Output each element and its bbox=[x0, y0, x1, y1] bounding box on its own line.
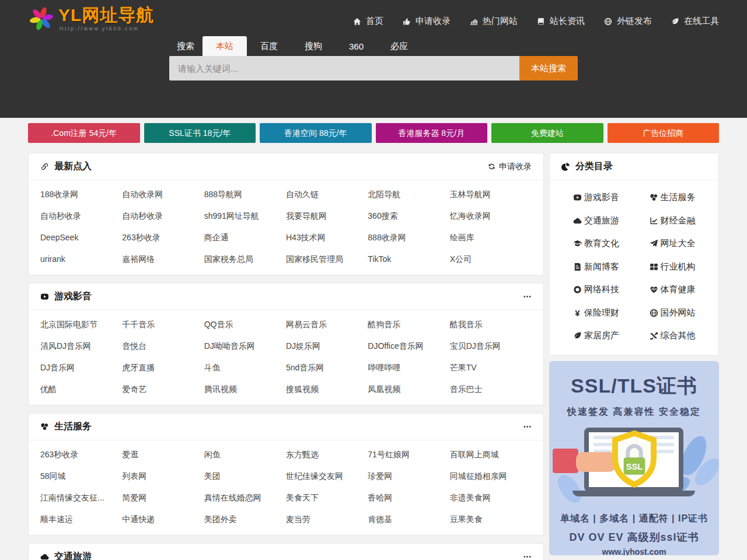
more-button[interactable] bbox=[523, 422, 532, 431]
top-nav-item[interactable]: 首页 bbox=[353, 16, 383, 27]
site-link[interactable]: TikTok bbox=[368, 249, 449, 270]
site-link[interactable]: 非遗美食网 bbox=[450, 487, 532, 509]
category-link[interactable]: 网络科技 bbox=[558, 278, 634, 302]
site-link[interactable]: 888导航网 bbox=[204, 184, 286, 205]
top-nav-item[interactable]: 热门网站 bbox=[470, 16, 518, 27]
search-engine-tab[interactable]: 搜狗 bbox=[291, 36, 336, 56]
site-link[interactable]: DJ音乐网 bbox=[40, 357, 122, 379]
site-link[interactable]: 888收录网 bbox=[368, 227, 449, 249]
site-link[interactable]: 肯德基 bbox=[368, 509, 449, 530]
search-engine-tab[interactable]: 必应 bbox=[377, 36, 421, 56]
site-link[interactable]: 世纪佳缘交友网 bbox=[286, 466, 368, 487]
site-link[interactable]: 自动秒收录 bbox=[40, 205, 122, 227]
site-link[interactable]: 珍爱网 bbox=[368, 466, 449, 487]
category-link[interactable]: 交通旅游 bbox=[558, 209, 634, 233]
site-link[interactable]: 263秒收录 bbox=[40, 444, 122, 466]
category-link[interactable]: 新闻博客 bbox=[558, 256, 634, 279]
site-link[interactable]: DJOffice音乐网 bbox=[368, 335, 449, 357]
category-link[interactable]: 网址大全 bbox=[634, 232, 711, 256]
site-link[interactable]: 263秒收录 bbox=[122, 227, 204, 249]
site-link[interactable]: 东方甄选 bbox=[286, 444, 368, 466]
site-link[interactable]: 188收录网 bbox=[40, 184, 122, 205]
site-link[interactable]: H43技术网 bbox=[286, 227, 368, 249]
site-link[interactable]: 自动久链 bbox=[286, 184, 368, 205]
site-link[interactable]: 清风DJ音乐网 bbox=[40, 335, 122, 357]
site-link[interactable]: 腾讯视频 bbox=[204, 379, 286, 400]
search-engine-tab[interactable]: 360 bbox=[336, 36, 377, 56]
site-link[interactable]: 绘画库 bbox=[450, 227, 532, 249]
site-link[interactable]: 玉林导航网 bbox=[450, 184, 532, 205]
site-link[interactable]: 商企通 bbox=[204, 227, 286, 249]
site-link[interactable]: 千千音乐 bbox=[122, 314, 204, 335]
site-link[interactable]: 同城征婚相亲网 bbox=[450, 466, 532, 487]
site-link[interactable]: 优酷 bbox=[40, 379, 122, 400]
site-link[interactable]: 哔哩哔哩 bbox=[368, 357, 449, 379]
promo-link[interactable]: .Com注册 54元/年 bbox=[28, 123, 140, 143]
site-link[interactable]: 顺丰速运 bbox=[40, 509, 122, 530]
site-link[interactable]: 忆海收录网 bbox=[450, 205, 532, 227]
site-link[interactable]: 美食天下 bbox=[286, 487, 368, 509]
site-link[interactable]: 网易云音乐 bbox=[286, 314, 368, 335]
site-link[interactable]: 真情在线婚恋网 bbox=[204, 487, 286, 509]
site-link[interactable]: 5nd音乐网 bbox=[286, 357, 368, 379]
promo-link[interactable]: 免费建站 bbox=[491, 123, 603, 143]
site-link[interactable]: 爱逛 bbox=[122, 444, 204, 466]
category-link[interactable]: 教育文化 bbox=[558, 232, 634, 256]
site-link[interactable]: 酷我音乐 bbox=[450, 314, 532, 335]
promo-link[interactable]: SSL证书 18元/年 bbox=[144, 123, 256, 143]
category-link[interactable]: 游戏影音 bbox=[558, 186, 634, 209]
site-link[interactable]: 71号红娘网 bbox=[368, 444, 449, 466]
site-link[interactable]: 百联网上商城 bbox=[450, 444, 532, 466]
search-engine-tab[interactable]: 百度 bbox=[247, 36, 291, 56]
site-link[interactable]: 江南情缘交友征... bbox=[40, 487, 122, 509]
promo-link[interactable]: 香港空间 88元/年 bbox=[260, 123, 372, 143]
site-link[interactable]: 北陌导航 bbox=[368, 184, 449, 205]
category-link[interactable]: 财经金融 bbox=[634, 209, 711, 233]
site-link[interactable]: X公司 bbox=[450, 249, 532, 270]
site-link[interactable]: 芒果TV bbox=[450, 357, 532, 379]
site-link[interactable]: 音乐巴士 bbox=[450, 379, 532, 400]
site-link[interactable]: 简爱网 bbox=[122, 487, 204, 509]
site-link[interactable]: QQ音乐 bbox=[204, 314, 286, 335]
more-button[interactable] bbox=[523, 292, 532, 301]
more-button[interactable] bbox=[523, 552, 532, 560]
ssl-ad-banner[interactable]: SSL/TLS证书 快速签发 高兼容性 安全稳定 SSL bbox=[549, 361, 719, 555]
site-link[interactable]: 360搜索 bbox=[368, 205, 449, 227]
search-engine-tab[interactable]: 本站 bbox=[203, 36, 247, 56]
site-link[interactable]: 北京国际电影节 bbox=[40, 314, 122, 335]
site-link[interactable]: 麦当劳 bbox=[286, 509, 368, 530]
top-nav-item[interactable]: 站长资讯 bbox=[537, 16, 585, 27]
promo-link[interactable]: 香港服务器 8元/月 bbox=[376, 123, 488, 143]
category-link[interactable]: 体育健康 bbox=[634, 278, 711, 302]
top-nav-item[interactable]: 申请收录 bbox=[403, 16, 451, 27]
site-link[interactable]: DeepSeek bbox=[40, 227, 122, 249]
site-logo[interactable]: YL网址导航 Http://www.yl600.com bbox=[28, 5, 154, 34]
site-link[interactable]: 自动秒收录 bbox=[122, 205, 204, 227]
promo-link[interactable]: 广告位招商 bbox=[608, 123, 720, 143]
site-link[interactable]: 嘉裕网络 bbox=[122, 249, 204, 270]
top-nav-item[interactable]: 外链发布 bbox=[604, 16, 652, 27]
site-link[interactable]: sh991网址导航 bbox=[204, 205, 286, 227]
site-link[interactable]: 美团外卖 bbox=[204, 509, 286, 530]
site-link[interactable]: 宝贝DJ音乐网 bbox=[450, 335, 532, 357]
site-link[interactable]: 闲鱼 bbox=[204, 444, 286, 466]
site-link[interactable]: 酷狗音乐 bbox=[368, 314, 449, 335]
category-link[interactable]: 国外网站 bbox=[634, 302, 711, 325]
site-link[interactable]: 豆果美食 bbox=[450, 509, 532, 530]
site-link[interactable]: 搜狐视频 bbox=[286, 379, 368, 400]
site-search-button[interactable]: 本站搜索 bbox=[519, 56, 578, 80]
site-link[interactable]: 我要导航网 bbox=[286, 205, 368, 227]
category-link[interactable]: 综合其他 bbox=[634, 324, 711, 348]
site-link[interactable]: 中通快递 bbox=[122, 509, 204, 530]
site-link[interactable]: 列表网 bbox=[122, 466, 204, 487]
site-link[interactable]: 香哈网 bbox=[368, 487, 449, 509]
site-link[interactable]: 爱奇艺 bbox=[122, 379, 204, 400]
top-nav-item[interactable]: 在线工具 bbox=[671, 16, 719, 27]
site-link[interactable]: DJ呦呦音乐网 bbox=[204, 335, 286, 357]
site-link[interactable]: 58同城 bbox=[40, 466, 122, 487]
category-link[interactable]: 行业机构 bbox=[634, 256, 711, 279]
site-link[interactable]: DJ娱乐网 bbox=[286, 335, 368, 357]
category-link[interactable]: ¥ 保险理财 bbox=[558, 302, 634, 325]
site-link[interactable]: 美团 bbox=[204, 466, 286, 487]
site-link[interactable]: urirank bbox=[40, 249, 122, 270]
